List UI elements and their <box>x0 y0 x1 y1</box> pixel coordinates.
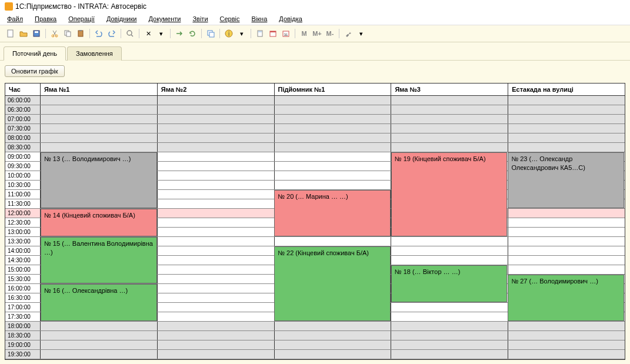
bay-cell[interactable] <box>158 284 275 293</box>
copy-icon[interactable] <box>62 28 74 39</box>
bay-cell[interactable] <box>41 115 158 123</box>
bay-cell[interactable] <box>391 105 508 114</box>
m-btn[interactable]: M <box>298 28 310 39</box>
refresh-icon[interactable] <box>186 28 198 39</box>
bay-cell[interactable] <box>391 312 508 321</box>
appointment[interactable]: № 23 (… Олександр Олександрович КА5…С) <box>508 152 624 208</box>
bay-cell[interactable] <box>275 124 392 133</box>
bay-cell[interactable] <box>508 228 625 236</box>
bay-cell[interactable] <box>391 303 508 312</box>
bay-cell[interactable] <box>158 199 275 208</box>
bay-cell[interactable] <box>158 143 275 152</box>
bay-cell[interactable] <box>158 331 275 340</box>
bay-cell[interactable] <box>391 143 508 152</box>
menu-help[interactable]: Довідка <box>276 14 305 24</box>
new-doc-icon[interactable] <box>5 28 16 39</box>
bay-cell[interactable] <box>41 143 158 152</box>
appointment[interactable]: № 27 (… Володимирович …) <box>508 275 624 321</box>
bay-cell[interactable] <box>158 171 275 180</box>
bay-cell[interactable] <box>391 96 508 105</box>
bay-cell[interactable] <box>158 209 275 218</box>
bay-cell[interactable] <box>275 152 392 161</box>
bay-cell[interactable] <box>41 340 158 349</box>
bay-cell[interactable] <box>158 152 275 161</box>
chevron-down-icon[interactable]: ▾ <box>355 28 367 39</box>
close-x-icon[interactable]: ✕ <box>142 28 154 39</box>
bay-cell[interactable] <box>391 237 508 246</box>
bay-cell[interactable] <box>508 256 625 265</box>
bay-cell[interactable] <box>508 218 625 227</box>
bay-cell[interactable] <box>41 96 158 105</box>
m-minus-btn[interactable]: M- <box>324 28 336 39</box>
forward-icon[interactable] <box>174 28 185 39</box>
bay-cell[interactable] <box>158 190 275 199</box>
menu-reports[interactable]: Звіти <box>190 14 210 24</box>
bay-cell[interactable] <box>391 340 508 349</box>
paste-icon[interactable] <box>75 28 86 39</box>
bay-cell[interactable] <box>158 312 275 321</box>
bay-cell[interactable] <box>41 124 158 133</box>
menu-documents[interactable]: Документи <box>146 14 183 24</box>
bay-cell[interactable] <box>275 340 392 349</box>
bay-cell[interactable] <box>391 331 508 340</box>
bay-cell[interactable] <box>158 293 275 302</box>
bay-cell[interactable] <box>508 265 625 274</box>
bay-cell[interactable] <box>508 115 625 123</box>
bay-cell[interactable] <box>508 322 625 330</box>
bay-cell[interactable] <box>508 340 625 349</box>
appointment[interactable]: № 22 (Кінцевий споживач Б/А) <box>274 246 391 321</box>
bay-cell[interactable] <box>158 228 275 236</box>
m-plus-btn[interactable]: M+ <box>311 28 323 39</box>
undo-icon[interactable] <box>93 28 105 39</box>
appointment[interactable]: № 13 (… Володимирович …) <box>41 152 157 208</box>
bay-cell[interactable] <box>275 96 392 105</box>
bay-cell[interactable] <box>158 322 275 330</box>
bay-cell[interactable] <box>41 105 158 114</box>
bay-cell[interactable] <box>275 171 392 180</box>
bay-cell[interactable] <box>158 115 275 123</box>
appointment[interactable]: № 16 (… Олександрівна …) <box>41 284 157 321</box>
bay-cell[interactable] <box>391 246 508 255</box>
bay-cell[interactable] <box>391 133 508 142</box>
bay-cell[interactable] <box>158 162 275 171</box>
bay-cell[interactable] <box>158 265 275 274</box>
bay-cell[interactable] <box>391 124 508 133</box>
appointment[interactable]: № 14 (Кінцевий споживач Б/А) <box>41 209 157 236</box>
bay-cell[interactable] <box>158 246 275 255</box>
bay-cell[interactable] <box>158 96 275 105</box>
calc-icon[interactable] <box>254 28 266 39</box>
bay-cell[interactable] <box>508 209 625 218</box>
bay-cell[interactable] <box>158 237 275 246</box>
menu-windows[interactable]: Вікна <box>249 14 270 24</box>
bay-cell[interactable] <box>275 162 392 171</box>
bay-cell[interactable] <box>391 322 508 330</box>
bay-cell[interactable] <box>508 105 625 114</box>
bay-cell[interactable] <box>508 350 625 359</box>
bay-cell[interactable] <box>391 115 508 123</box>
save-icon[interactable] <box>31 28 42 39</box>
bay-cell[interactable] <box>275 331 392 340</box>
menu-operations[interactable]: Операції <box>66 14 97 24</box>
bay-cell[interactable] <box>508 237 625 246</box>
bay-cell[interactable] <box>158 350 275 359</box>
bay-cell[interactable] <box>275 143 392 152</box>
bay-cell[interactable] <box>391 256 508 265</box>
bay-cell[interactable] <box>158 133 275 142</box>
bay-cell[interactable] <box>508 331 625 340</box>
appointment[interactable]: № 20 (… Марина … …) <box>274 190 391 236</box>
open-icon[interactable] <box>18 28 29 39</box>
appointment[interactable]: № 18 (… Віктор … …) <box>391 265 508 302</box>
cut-icon[interactable] <box>49 28 61 39</box>
bay-cell[interactable] <box>158 303 275 312</box>
bay-cell[interactable] <box>508 246 625 255</box>
bay-cell[interactable] <box>158 275 275 283</box>
search-icon[interactable] <box>124 28 136 39</box>
redo-icon[interactable] <box>106 28 118 39</box>
bay-cell[interactable] <box>158 340 275 349</box>
menu-service[interactable]: Сервіс <box>218 14 242 24</box>
bay-cell[interactable] <box>275 237 392 246</box>
bay-cell[interactable] <box>275 181 392 189</box>
menu-file[interactable]: Файл <box>5 14 25 24</box>
bay-cell[interactable] <box>275 115 392 123</box>
chevron-down-icon[interactable]: ▾ <box>236 28 248 39</box>
